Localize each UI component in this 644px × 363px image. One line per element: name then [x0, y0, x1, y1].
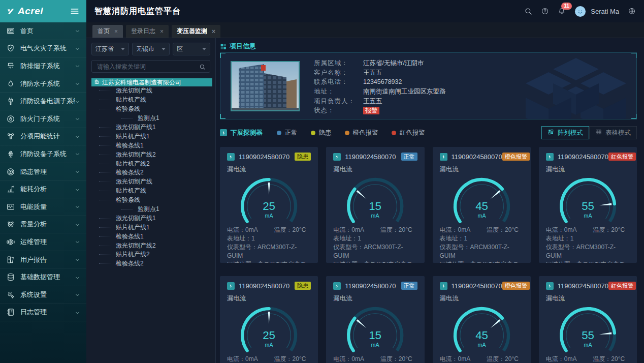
sidebar-item-base-data[interactable]: 基础数据管理 [0, 268, 86, 286]
search-icon[interactable] [524, 7, 532, 15]
tree-node[interactable]: 激光切割产线1 [91, 123, 210, 132]
tree-guide-line [99, 254, 111, 255]
temp-label: 温度： [274, 355, 293, 362]
sidebar-item-hazard-management[interactable]: 隐患管理 [0, 163, 86, 181]
current-label: 电流： [227, 355, 245, 362]
sidebar-item-home[interactable]: 首页 [0, 22, 86, 40]
corner-accent [631, 52, 637, 58]
tree-guide-line [99, 218, 111, 219]
sidebar-item-user-report[interactable]: 用户报告 [0, 251, 86, 269]
tree-node[interactable]: 激光切割产线2 [91, 150, 210, 159]
tab-close-icon[interactable]: × [160, 28, 164, 35]
detector-card-8[interactable]: 11909024580070红色报警漏电流55mA电流：0mA温度：20°C表地… [539, 276, 637, 363]
search-icon[interactable] [199, 63, 206, 70]
tree-node[interactable]: 检验条线1 [91, 141, 210, 150]
sidebar-item-log-management[interactable]: 日志管理 [0, 304, 86, 322]
detector-card-7[interactable]: 11909024580070橙色报警漏电流45mA电流：0mA温度：20°C表地… [433, 276, 531, 363]
chevron-down-icon [75, 116, 80, 122]
notifications-bell-icon[interactable]: 11 [558, 7, 566, 15]
address-label: 表地址： [227, 235, 251, 242]
district-select[interactable]: 区 [173, 43, 210, 55]
status-badge: 红色报警 [608, 153, 636, 161]
tree-node[interactable]: 贴片机产线 [91, 187, 210, 196]
tree-node[interactable]: 激光切割产线2 [91, 241, 210, 250]
sidebar-item-demand-analysis[interactable]: 需量分析 [0, 216, 86, 234]
tree-node[interactable]: 贴片机产线1 [91, 223, 210, 232]
model-label: 仪表型号： [333, 244, 364, 251]
sidebar-item-electrical-fire[interactable]: 电气火灾子系统 [0, 40, 86, 58]
tree-node[interactable]: 激光切割产线 [91, 86, 210, 96]
detector-card-6[interactable]: 11909024580070正常漏电流15mA电流：0mA温度：20°C表地址：… [326, 276, 424, 363]
language-globe-icon[interactable] [628, 7, 636, 15]
tab-close-icon[interactable]: × [114, 28, 118, 35]
menu-toggle-icon[interactable] [70, 6, 80, 16]
sidebar-item-fire-equipment[interactable]: 消防设备子系统 [0, 145, 86, 163]
current-label: 电流： [333, 226, 351, 233]
tab-label: 登录日志 [131, 27, 155, 36]
sidebar-item-power-quality[interactable]: 电能质量 [0, 198, 86, 216]
device-id: 11909024580070 [452, 153, 502, 161]
device-tree: 江苏安科瑞电器制造有限公司激光切割产线贴片机产线检验条线监测点1激光切割产线1贴… [91, 78, 210, 268]
tree-root-company[interactable]: 江苏安科瑞电器制造有限公司 [91, 78, 212, 86]
tree-node[interactable]: 检验条线 [91, 105, 210, 114]
sidebar-item-smoke-control[interactable]: 防排烟子系统 [0, 57, 86, 75]
array-mode-button[interactable]: 阵列模式 [541, 126, 589, 139]
tree-node[interactable]: 激光切割产线1 [91, 214, 210, 223]
sidebar-item-label: 分项用能统计 [20, 132, 75, 141]
sidebar-item-fire-door[interactable]: 防火门子系统 [0, 110, 86, 128]
province-select[interactable]: 江苏省 [91, 43, 129, 55]
tree-node[interactable]: 贴片机产线1 [91, 132, 210, 141]
detector-card-4[interactable]: 11909024580070红色报警漏电流55mA电流：0mA温度：20°C表地… [539, 147, 637, 263]
tree-node[interactable]: 检验条线 [91, 196, 210, 205]
temp-value: 20°C [399, 226, 412, 233]
tree-guide-line [99, 246, 111, 246]
sidebar-item-maintenance[interactable]: 运维管理 [0, 233, 86, 251]
detector-card-3[interactable]: 11909024580070橙色报警漏电流45mA电流：0mA温度：20°C表地… [433, 147, 531, 263]
corner-accent [220, 114, 226, 119]
leakage-gauge: 45mA [440, 302, 524, 354]
detector-card-1[interactable]: 11909024580070隐患漏电流25mA电流：0mA温度：20°C表地址：… [220, 147, 318, 263]
legend-dot [311, 131, 315, 135]
tab-home[interactable]: 首页× [92, 25, 123, 38]
tree-node-label: 贴片机产线 [116, 187, 146, 195]
user-avatar[interactable] [574, 6, 586, 17]
sidebar-item-system-settings[interactable]: 系统设置 [0, 286, 86, 304]
tree-node[interactable]: 贴片机产线2 [91, 159, 210, 168]
tree-node[interactable]: 检验条线2 [91, 168, 210, 177]
sidebar-item-label: 运维管理 [20, 237, 75, 247]
chevron-down-icon [75, 239, 80, 245]
svg-text:15: 15 [369, 329, 381, 342]
tree-node[interactable]: 检验条线2 [91, 259, 210, 268]
current-label: 电流： [227, 226, 245, 233]
sidebar-item-energy-analysis[interactable]: 能耗分析 [0, 180, 86, 198]
tree-guide-line [99, 227, 111, 228]
table-mode-button[interactable]: 表格模式 [589, 126, 637, 139]
tree-node[interactable]: 贴片机产线 [91, 96, 210, 105]
grid-icon [548, 129, 554, 137]
tab-bar: 首页×登录日志×变压器监测× [86, 22, 644, 38]
city-select[interactable]: 无锡市 [132, 43, 170, 55]
user-name[interactable]: Serati Ma [591, 8, 619, 15]
detector-card-2[interactable]: 11909024580070正常漏电流15mA电流：0mA温度：20°C表地址：… [326, 147, 424, 263]
gauge-wrap: 25mA [227, 173, 311, 225]
temp-label: 温度： [593, 355, 611, 362]
tree-node[interactable]: 贴片机产线2 [91, 250, 210, 259]
help-icon[interactable] [541, 7, 549, 15]
temp-value: 20°C [505, 355, 519, 362]
sidebar-item-energy-stats[interactable]: 分项用能统计 [0, 128, 86, 146]
tab-login-log[interactable]: 登录日志× [126, 25, 169, 38]
page-title: 智慧消防用电监管平台 [94, 6, 181, 17]
search-input[interactable] [96, 63, 199, 71]
tab-close-icon[interactable]: × [212, 28, 215, 35]
tree-node-label: 检验条线2 [116, 168, 144, 177]
tree-node[interactable]: 检验条线1 [91, 232, 210, 241]
sidebar-item-fire-water[interactable]: 消防水子系统 [0, 75, 86, 93]
tree-node[interactable]: 激光切割产线 [91, 177, 210, 187]
tree-node[interactable]: 监测点1 [91, 205, 210, 214]
tab-transformer-monitor[interactable]: 变压器监测× [172, 25, 220, 38]
tree-node[interactable]: 监测点1 [91, 114, 210, 123]
detector-card-5[interactable]: 11909024580070隐患漏电流25mA电流：0mA温度：20°C表地址：… [220, 276, 318, 363]
address-value: 1 [464, 235, 468, 242]
sidebar-item-label: 首页 [20, 26, 75, 36]
sidebar-item-fire-power[interactable]: 消防设备电源子系统 [0, 93, 86, 110]
